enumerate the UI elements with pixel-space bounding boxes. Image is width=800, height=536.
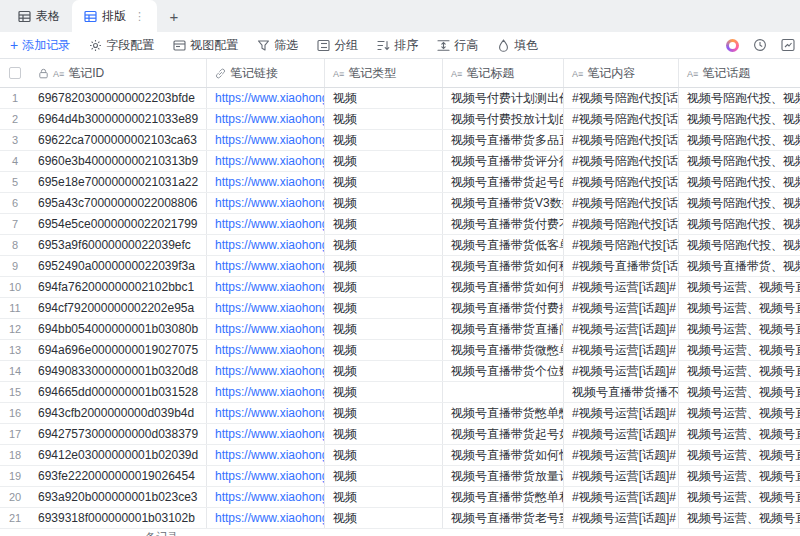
note-topic-cell[interactable]: 视频号直播带货、视频... xyxy=(679,256,800,276)
note-content-cell[interactable]: #视频号运营[话题]# #... xyxy=(564,298,679,318)
note-title-cell[interactable]: 视频号直播带货V3数据... xyxy=(443,193,564,213)
column-header-note-topic[interactable]: 笔记话题 xyxy=(679,59,800,87)
note-link-cell[interactable]: https://www.xiaohongs... xyxy=(207,193,325,213)
note-content-cell[interactable]: 视频号直播带货播不起... xyxy=(564,382,679,402)
note-id-cell[interactable]: 6964d4b30000000021033e89 xyxy=(30,109,207,129)
note-topic-cell[interactable]: 视频号运营、视频号直... xyxy=(679,319,800,339)
note-link-cell[interactable]: https://www.xiaohongs... xyxy=(207,382,325,402)
column-header-note-title[interactable]: 笔记标题 xyxy=(443,59,564,87)
note-title-cell[interactable]: 视频号直播带货直播间... xyxy=(443,319,564,339)
note-title-cell[interactable]: 视频号直播带货憋单和... xyxy=(443,487,564,507)
note-link-cell[interactable]: https://www.xiaohongs... xyxy=(207,151,325,171)
note-title-cell[interactable]: 视频号直播带货如何快... xyxy=(443,445,564,465)
note-title-cell[interactable]: 视频号直播带货老号重... xyxy=(443,508,564,528)
group-button[interactable]: 分组 xyxy=(317,37,358,54)
note-title-cell[interactable]: 视频号付费计划测出价 xyxy=(443,88,564,108)
add-record-button[interactable]: 添加记录 xyxy=(10,37,70,54)
note-content-cell[interactable]: #视频号直播带货[话题]... xyxy=(564,256,679,276)
note-topic-cell[interactable]: 视频号运营、视频号直... xyxy=(679,298,800,318)
note-content-cell[interactable]: #视频号陪跑代投[话题]... xyxy=(564,193,679,213)
filter-button[interactable]: 筛选 xyxy=(257,37,298,54)
tab-more-icon[interactable] xyxy=(134,10,145,23)
note-title-cell[interactable]: 视频号直播带货憋单憋... xyxy=(443,403,564,423)
note-link-cell[interactable]: https://www.xiaohongs... xyxy=(207,319,325,339)
note-type-cell[interactable]: 视频 xyxy=(325,403,443,423)
note-id-cell[interactable]: 6954e5ce0000000022021799 xyxy=(30,214,207,234)
note-link-cell[interactable]: https://www.xiaohongs... xyxy=(207,235,325,255)
note-type-cell[interactable]: 视频 xyxy=(325,340,443,360)
note-link-cell[interactable]: https://www.xiaohongs... xyxy=(207,109,325,129)
table-row[interactable]: 9 6952490a0000000022039f3a https://www.x… xyxy=(0,256,800,277)
table-row[interactable]: 4 6960e3b400000000210313b9 https://www.x… xyxy=(0,151,800,172)
note-type-cell[interactable]: 视频 xyxy=(325,109,443,129)
note-type-cell[interactable]: 视频 xyxy=(325,214,443,234)
note-type-cell[interactable]: 视频 xyxy=(325,319,443,339)
note-content-cell[interactable]: #视频号陪跑代投[话题]... xyxy=(564,109,679,129)
note-link-cell[interactable]: https://www.xiaohongs... xyxy=(207,172,325,192)
note-title-cell[interactable]: 视频号直播带货评分很... xyxy=(443,151,564,171)
note-title-cell[interactable]: 视频号直播带货放量计... xyxy=(443,466,564,486)
fill-color-button[interactable]: 填色 xyxy=(497,37,538,54)
note-content-cell[interactable]: #视频号运营[话题]# #... xyxy=(564,319,679,339)
note-content-cell[interactable]: #视频号陪跑代投[话题]... xyxy=(564,172,679,192)
note-id-cell[interactable]: 694fa762000000002102bbc1 xyxy=(30,277,207,297)
table-row[interactable]: 11 694cf792000000002202e95a https://www.… xyxy=(0,298,800,319)
note-content-cell[interactable]: #视频号运营[话题]# #... xyxy=(564,424,679,444)
note-link-cell[interactable]: https://www.xiaohongs... xyxy=(207,403,325,423)
note-topic-cell[interactable]: 视频号陪跑代投、视频... xyxy=(679,151,800,171)
note-topic-cell[interactable]: 视频号陪跑代投、视频... xyxy=(679,88,800,108)
note-topic-cell[interactable]: 视频号运营、视频号直... xyxy=(679,277,800,297)
note-id-cell[interactable]: 693a920b000000001b023ce3 xyxy=(30,487,207,507)
note-id-cell[interactable]: 69412e03000000001b02039d xyxy=(30,445,207,465)
note-id-cell[interactable]: 694bb054000000001b03080b xyxy=(30,319,207,339)
note-id-cell[interactable]: 69622ca7000000002103ca63 xyxy=(30,130,207,150)
note-content-cell[interactable]: #视频号陪跑代投[话题]... xyxy=(564,151,679,171)
table-row[interactable]: 12 694bb054000000001b03080b https://www.… xyxy=(0,319,800,340)
note-id-cell[interactable]: 6960e3b400000000210313b9 xyxy=(30,151,207,171)
column-header-note-link[interactable]: 笔记链接 xyxy=(207,59,325,87)
note-title-cell[interactable]: 视频号直播带货付费撬... xyxy=(443,298,564,318)
table-row[interactable]: 3 69622ca7000000002103ca63 https://www.x… xyxy=(0,130,800,151)
note-topic-cell[interactable]: 视频号陪跑代投、视频... xyxy=(679,130,800,150)
note-id-cell[interactable]: 6943cfb2000000000d039b4d xyxy=(30,403,207,423)
note-topic-cell[interactable]: 视频号运营、视频号直... xyxy=(679,445,800,465)
column-header-note-type[interactable]: 笔记类型 xyxy=(325,59,443,87)
note-title-cell[interactable]: 视频号直播带货付费不... xyxy=(443,214,564,234)
note-link-cell[interactable]: https://www.xiaohongs... xyxy=(207,361,325,381)
note-type-cell[interactable]: 视频 xyxy=(325,508,443,528)
note-type-cell[interactable]: 视频 xyxy=(325,256,443,276)
note-topic-cell[interactable]: 视频号运营、视频号直... xyxy=(679,340,800,360)
note-title-cell[interactable]: 视频号直播带货个位数... xyxy=(443,361,564,381)
note-title-cell[interactable]: 视频号直播带货多品直... xyxy=(443,130,564,150)
select-all-checkbox[interactable] xyxy=(9,67,21,79)
note-type-cell[interactable]: 视频 xyxy=(325,382,443,402)
note-topic-cell[interactable]: 视频号陪跑代投、视频... xyxy=(679,109,800,129)
select-all-cell[interactable] xyxy=(0,59,30,87)
note-topic-cell[interactable]: 视频号陪跑代投、视频... xyxy=(679,214,800,234)
note-content-cell[interactable]: #视频号运营[话题]# #... xyxy=(564,487,679,507)
note-topic-cell[interactable]: 视频号运营、视频号直... xyxy=(679,403,800,423)
note-link-cell[interactable]: https://www.xiaohongs... xyxy=(207,340,325,360)
row-height-button[interactable]: 行高 xyxy=(437,37,478,54)
note-type-cell[interactable]: 视频 xyxy=(325,487,443,507)
note-type-cell[interactable]: 视频 xyxy=(325,151,443,171)
view-config-button[interactable]: 视图配置 xyxy=(173,37,238,54)
note-content-cell[interactable]: #视频号陪跑代投[话题]... xyxy=(564,88,679,108)
note-link-cell[interactable]: https://www.xiaohongs... xyxy=(207,508,325,528)
note-content-cell[interactable]: #视频号运营[话题]# #... xyxy=(564,340,679,360)
note-type-cell[interactable]: 视频 xyxy=(325,298,443,318)
note-title-cell[interactable]: 视频号直播带货低客单... xyxy=(443,235,564,255)
note-title-cell[interactable]: 视频号付费投放计划的... xyxy=(443,109,564,129)
note-content-cell[interactable]: #视频号陪跑代投[话题]... xyxy=(564,214,679,234)
tab-layout[interactable]: 排版 xyxy=(72,0,157,32)
table-row[interactable]: 18 69412e03000000001b02039d https://www.… xyxy=(0,445,800,466)
note-link-cell[interactable]: https://www.xiaohongs... xyxy=(207,214,325,234)
note-id-cell[interactable]: 69678203000000002203bfde xyxy=(30,88,207,108)
note-title-cell[interactable]: 视频号直播带货如何判... xyxy=(443,277,564,297)
note-id-cell[interactable]: 69427573000000000d038379 xyxy=(30,424,207,444)
table-row[interactable]: 5 695e18e70000000021031a22 https://www.x… xyxy=(0,172,800,193)
tab-table[interactable]: 表格 xyxy=(6,0,72,32)
note-type-cell[interactable]: 视频 xyxy=(325,361,443,381)
note-id-cell[interactable]: 6953a9f60000000022039efc xyxy=(30,235,207,255)
share-panel-icon[interactable] xyxy=(781,38,795,52)
